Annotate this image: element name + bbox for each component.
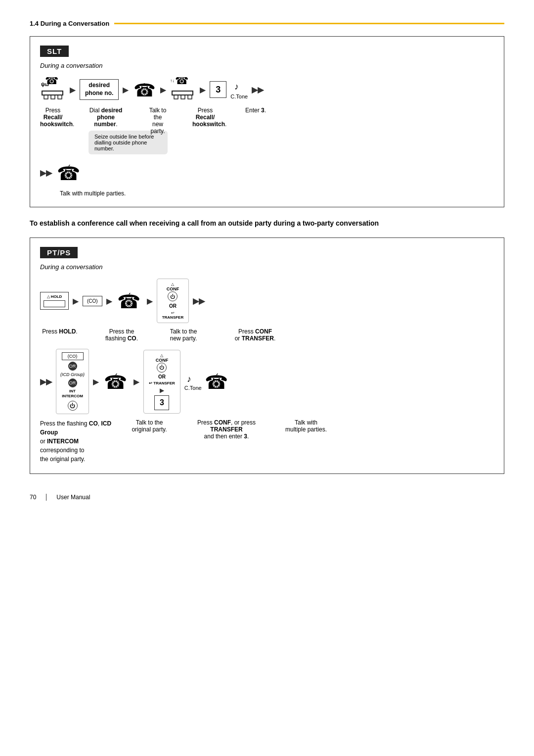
transfer-btn: ↩ TRANSFER (162, 311, 184, 320)
ptps-desc-talk2: Talk to theoriginal party. (130, 419, 169, 433)
slt-desc-row-1: Press Recall/hookswitch. Dial desiredpho… (40, 107, 494, 154)
ptps-step-hold: △ HOLD (40, 292, 69, 310)
svg-rect-13 (188, 95, 192, 99)
ptps-talk-icon-1: ☎ ́́ ́ (116, 288, 143, 313)
arrow-3: ▶ (160, 85, 166, 94)
ptps-arrow-3: ▶ (147, 296, 153, 306)
slt-step-phone2: ☎ ↑↓ (170, 77, 196, 102)
talk-multi-icon: ☎ ́́ ́ (56, 160, 83, 185)
double-arrow-1: ▶▶ (252, 85, 264, 94)
svg-text:↑↓: ↑↓ (170, 78, 175, 83)
talk-icon-1: ☎ ́ ́ (133, 78, 156, 101)
slt-step-num3: 3 (210, 81, 226, 98)
conf-btn-2: △ CONF ⏻ (156, 353, 169, 373)
ctone-talk-group: ♪ C.Tone ☎ ́́ ́ (184, 369, 230, 394)
ctone-talk-row: ♪ C.Tone ☎ ́́ ́ (184, 369, 230, 394)
co-btn: (CO) (83, 296, 102, 306)
page-number: 70 (30, 494, 36, 501)
ptps-desc-row-2: Press the flashing CO, ICD Groupor INTER… (40, 419, 494, 464)
slt-ctone: ♪ C.Tone (230, 80, 248, 99)
ctone-label-slt: C.Tone (230, 94, 248, 99)
conf-transfer-group: △ CONF ⏻ OR ↩ TRANSFER (157, 279, 189, 323)
ptps-desc-icd: Press the flashing CO, ICD Groupor INTER… (40, 419, 112, 464)
slt-flow-row-2: ▶▶ ☎ ́́ ́ (40, 160, 494, 185)
ctone-block: ♪ C.Tone (184, 372, 202, 391)
ptps-desc-conf: Press CONFor TRANSFER. (228, 328, 282, 342)
slt-multi-desc: Talk with multiple parties. (40, 190, 494, 197)
ptps-arrow-4: ▶ (93, 377, 99, 386)
svg-rect-12 (181, 95, 185, 99)
ptps-arrow-2: ▶ (106, 296, 112, 306)
transfer-arrow: ↩ (171, 311, 175, 315)
phone-hookswitch-icon-2: ☎ ↑↓ (170, 77, 196, 102)
ptps-flow-row-2: ▶▶ (CO) OR (ICD Group) OR INTINTERCOM ⏻ … (40, 349, 494, 414)
ptps-desc-hold: Press HOLD. (40, 328, 80, 335)
ptps-step-talk1: ☎ ́́ ́ (116, 288, 143, 313)
desc-step4: Press Recall/hookswitch. (192, 107, 218, 128)
svg-text:☎: ☎ (175, 77, 188, 87)
ctone-label-ptps: C.Tone (184, 385, 202, 391)
ptps-desc-conf3: Press CONF, or press TRANSFERand then en… (187, 419, 266, 440)
slt-flow-row-1: ψω ☎ ▶ desired phone no. ▶ ☎ ́ ́ (40, 77, 494, 102)
co-label: (CO) (87, 298, 98, 304)
ptps-double-arrow-2: ▶▶ (40, 377, 52, 386)
svg-rect-11 (174, 95, 178, 99)
footer-divider (46, 494, 46, 501)
desired-line1: desired (89, 82, 110, 89)
slt-subtitle: During a conversation (40, 62, 494, 69)
desc-step3: Talk to thenew party. (146, 107, 170, 135)
or-circle-1: OR (68, 362, 77, 371)
conf-triangle: △ (171, 282, 174, 286)
ptps-arrow-1: ▶ (73, 296, 79, 306)
ctone-icon-slt: ♪ (232, 80, 246, 94)
desc-step1: Press Recall/hookswitch. (40, 107, 66, 128)
desc-step5: Enter 3. (241, 107, 270, 114)
ptps-step-talk2: ☎ ́́ ́ (103, 369, 130, 394)
conf-label: CONF (167, 286, 179, 291)
double-arrow-2: ▶▶ (40, 168, 52, 178)
svg-rect-2 (44, 95, 48, 99)
ptps-talk-icon-3: ☎ ́́ ́ (204, 369, 230, 394)
desc-step2: Dial desiredphone number. Seize outside … (89, 107, 123, 154)
ptps-double-arrow-1: ▶▶ (193, 296, 205, 306)
manual-label: User Manual (56, 494, 90, 501)
transfer-label: TRANSFER (162, 315, 184, 320)
ptps-label: PT/PS (40, 247, 78, 258)
conf-circle: ⏻ (168, 291, 178, 301)
num-3-box: 3 (210, 81, 226, 98)
section-title: 1.4 During a Conversation (30, 20, 109, 27)
intercom-label: INTINTERCOM (62, 389, 83, 398)
hold-btn: △ HOLD (40, 292, 69, 310)
section-divider (114, 23, 504, 24)
ptps-subtitle: During a conversation (40, 263, 494, 271)
arrow-down: ▶ (160, 387, 164, 394)
hold-top: △ HOLD (47, 294, 62, 299)
phone-hookswitch-icon-1: ψω ☎ (40, 77, 66, 102)
slt-step-talk-multi: ☎ ́́ ́ (56, 160, 83, 185)
intercom-circle: ⏻ (68, 401, 78, 411)
svg-text:☎: ☎ (205, 372, 228, 393)
desired-line2: phone no. (85, 90, 113, 96)
svg-text:☎: ☎ (117, 291, 140, 312)
conf-circle-2: ⏻ (157, 363, 167, 373)
co-box: (CO) (62, 352, 84, 360)
svg-text:♪: ♪ (234, 82, 239, 92)
conf-triangle-2: △ (160, 353, 163, 358)
arrow-2: ▶ (123, 85, 129, 94)
slt-step-phone1: ψω ☎ (40, 77, 66, 102)
slt-label: SLT (40, 46, 69, 57)
transfer-label-2: ↩ TRANSFER (149, 381, 175, 385)
ptps-arrow-5: ▶ (134, 377, 139, 386)
ptps-desc-talk1: Talk to thenew party. (164, 328, 203, 342)
ptps-talk-icon-2: ☎ ́́ ́ (103, 369, 130, 394)
svg-rect-4 (58, 95, 62, 99)
ptps-desc-row-1: Press HOLD. Press theflashing CO. Talk t… (40, 328, 494, 342)
icd-group-box: (CO) OR (ICD Group) OR INTINTERCOM ⏻ (56, 349, 89, 414)
ptps-desc-co: Press theflashing CO. (104, 328, 139, 342)
conf-btn: △ CONF ⏻ (167, 282, 179, 301)
arrow-4: ▶ (200, 85, 206, 94)
num-3-box-2: 3 (154, 395, 169, 410)
svg-text:☎: ☎ (104, 372, 127, 393)
svg-rect-10 (172, 91, 193, 95)
page-footer: 70 User Manual (30, 494, 504, 501)
